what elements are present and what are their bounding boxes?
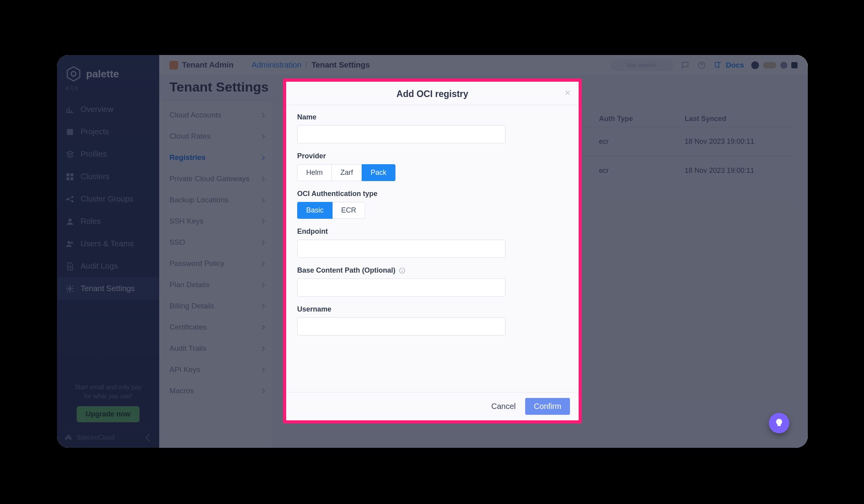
subnav-item-label: Certificates — [169, 323, 207, 332]
brand-name: palette — [86, 68, 119, 80]
docs-label: Docs — [726, 61, 744, 70]
brand: palette — [57, 55, 159, 85]
nav-item-label: Audit Logs — [81, 262, 118, 271]
gear-icon — [66, 284, 74, 293]
avatar-icon — [780, 62, 787, 69]
chevron-right-icon — [260, 304, 265, 309]
svg-point-12 — [69, 288, 71, 290]
svg-rect-5 — [71, 177, 73, 180]
name-input[interactable] — [297, 125, 506, 143]
modal-body: Name Provider Helm Zarf Pack OCI Authent… — [286, 105, 579, 392]
nav-item-users-teams[interactable]: Users & Teams — [57, 233, 159, 255]
breadcrumb-sep: / — [305, 60, 308, 70]
subnav-item-label: API Keys — [169, 365, 200, 374]
settings-subnav: Cloud Accounts Cloud Rates Registries Pr… — [159, 101, 273, 448]
add-oci-registry-modal-highlight: Add OCI registry Name Provider Helm Zarf… — [283, 79, 582, 423]
sidebar: palette 4.1.9 Overview Projects Profiles… — [57, 55, 159, 448]
scope-label: Tenant Admin — [182, 60, 233, 70]
chevron-right-icon — [260, 261, 265, 266]
provider-option-zarf[interactable]: Zarf — [331, 164, 362, 181]
nav-item-label: Cluster Groups — [81, 194, 134, 203]
auth-option-ecr[interactable]: ECR — [332, 202, 365, 219]
chat-icon[interactable] — [680, 60, 690, 70]
menu-icon — [791, 62, 798, 68]
subnav-item-cloud-rates[interactable]: Cloud Rates — [159, 126, 273, 147]
cancel-button[interactable]: Cancel — [489, 399, 518, 414]
book-icon — [713, 60, 723, 70]
docs-button[interactable]: Docs — [713, 60, 744, 70]
svg-point-6 — [66, 198, 68, 200]
subnav-item-ssh-keys[interactable]: SSH Keys — [159, 211, 273, 232]
scope-selector[interactable]: Tenant Admin — [169, 60, 233, 70]
nav-item-clusters[interactable]: Clusters — [57, 165, 159, 188]
subnav-item-label: Cloud Accounts — [169, 111, 221, 119]
subnav-item-label: Cloud Rates — [169, 132, 211, 141]
endpoint-input[interactable] — [297, 240, 506, 258]
svg-point-9 — [68, 218, 71, 221]
modal-title: Add OCI registry — [294, 89, 571, 99]
topbar-right: k8s search Docs — [610, 59, 798, 71]
nav-item-profiles[interactable]: Profiles — [57, 143, 159, 165]
chevron-right-icon — [260, 325, 265, 330]
subnav-item-sso[interactable]: SSO — [159, 232, 273, 253]
subnav-item-macros[interactable]: Macros — [159, 380, 273, 401]
chevron-right-icon — [260, 282, 265, 288]
nav-item-cluster-groups[interactable]: Cluster Groups — [57, 188, 159, 210]
base-content-input[interactable] — [297, 279, 506, 297]
subnav-item-registries[interactable]: Registries — [159, 147, 273, 168]
info-icon[interactable] — [399, 267, 406, 274]
scope-icon — [169, 61, 178, 70]
avatar-icon — [751, 61, 759, 69]
subnav-item-cloud-accounts[interactable]: Cloud Accounts — [159, 104, 273, 126]
upgrade-button[interactable]: Upgrade now — [77, 406, 140, 422]
close-button[interactable] — [563, 88, 572, 97]
help-icon[interactable] — [697, 60, 706, 70]
nav-item-roles[interactable]: Roles — [57, 210, 159, 233]
close-icon — [564, 89, 571, 96]
td-auth-type: ecr — [599, 137, 681, 146]
chart-icon — [66, 105, 74, 114]
subnav-item-label: Plan Details — [169, 280, 209, 289]
nav-item-overview[interactable]: Overview — [57, 98, 159, 121]
nav: Overview Projects Profiles Clusters Clus… — [57, 96, 159, 302]
confirm-button[interactable]: Confirm — [525, 398, 570, 415]
th: Last Synced — [685, 115, 794, 123]
help-fab-button[interactable] — [769, 413, 789, 433]
provider-option-pack[interactable]: Pack — [362, 164, 395, 181]
spectrocloud-icon — [64, 434, 73, 442]
auth-option-basic[interactable]: Basic — [297, 202, 333, 219]
field-username: Username — [297, 305, 568, 335]
grid-icon — [66, 172, 74, 181]
nav-item-label: Roles — [81, 217, 101, 226]
subnav-item-plan-details[interactable]: Plan Details — [159, 274, 273, 295]
field-label: Endpoint — [297, 227, 568, 236]
chevron-right-icon — [260, 219, 265, 224]
chevron-right-icon — [260, 240, 265, 245]
nav-item-tenant-settings[interactable]: Tenant Settings — [57, 277, 159, 300]
subnav-item-billing-details[interactable]: Billing Details — [159, 295, 273, 317]
nav-item-audit-logs[interactable]: Audit Logs — [57, 255, 159, 277]
subnav-item-api-keys[interactable]: API Keys — [159, 359, 273, 380]
breadcrumb-parent[interactable]: Administration — [252, 60, 301, 70]
provider-segmented: Helm Zarf Pack — [297, 164, 568, 181]
subnav-item-private-cloud-gateways[interactable]: Private Cloud Gateways — [159, 168, 273, 189]
field-label-text: Base Content Path (Optional) — [297, 266, 395, 275]
nav-item-label: Clusters — [81, 172, 109, 181]
field-endpoint: Endpoint — [297, 227, 568, 258]
topbar-avatars[interactable] — [751, 61, 798, 69]
subnav-item-password-policy[interactable]: Password Policy — [159, 253, 273, 274]
square-icon — [66, 128, 74, 136]
chevron-left-icon — [145, 434, 153, 442]
subnav-item-audit-trails[interactable]: Audit Trails — [159, 338, 273, 359]
nav-item-projects[interactable]: Projects — [57, 121, 159, 143]
username-input[interactable] — [297, 317, 506, 335]
subnav-item-certificates[interactable]: Certificates — [159, 317, 273, 338]
subnav-item-backup-locations[interactable]: Backup Locations — [159, 189, 273, 211]
subnav-item-label: Macros — [169, 387, 194, 395]
subnav-item-label: Audit Trails — [169, 344, 206, 353]
field-label: Provider — [297, 152, 568, 160]
search-input[interactable]: k8s search — [610, 59, 673, 71]
provider-option-helm[interactable]: Helm — [297, 164, 332, 181]
sidebar-footer[interactable]: SpectroCloud — [57, 429, 159, 448]
org-badge-icon — [763, 62, 776, 68]
